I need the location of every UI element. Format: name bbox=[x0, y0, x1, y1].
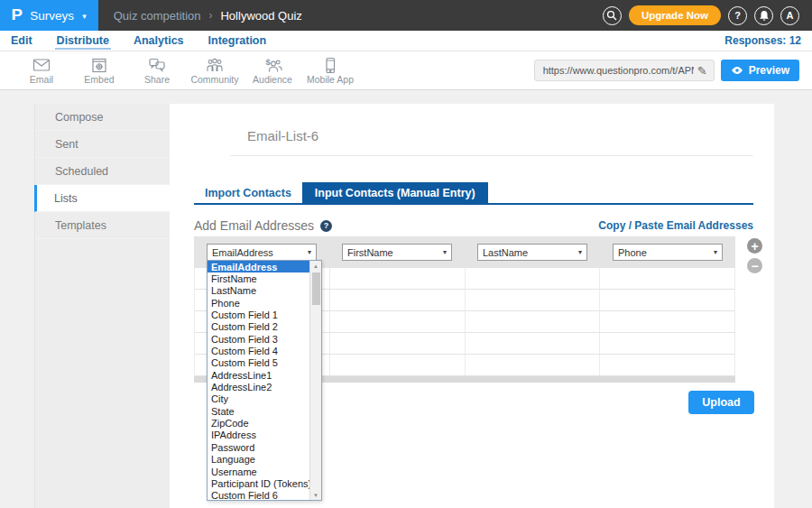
breadcrumb: Quiz competition › Hollywood Quiz bbox=[114, 9, 302, 23]
dropdown-option-city[interactable]: City bbox=[208, 393, 309, 405]
table-cell[interactable] bbox=[330, 268, 466, 289]
breadcrumb-parent[interactable]: Quiz competition bbox=[114, 9, 201, 23]
toolbar-item-label: Email bbox=[30, 74, 53, 85]
table-cell[interactable] bbox=[600, 333, 735, 354]
toolbar-item-mobile-app[interactable]: Mobile App bbox=[301, 56, 359, 85]
chevron-down-icon: ▾ bbox=[308, 248, 311, 256]
dropdown-option-ipaddress[interactable]: IPAddress bbox=[208, 429, 309, 441]
nav-item-integration[interactable]: Integration bbox=[207, 32, 269, 50]
remove-row-button[interactable]: − bbox=[747, 258, 762, 273]
table-cell[interactable] bbox=[600, 290, 735, 310]
preview-button[interactable]: Preview bbox=[721, 60, 799, 81]
table-cell[interactable] bbox=[330, 355, 466, 375]
tab-input-contacts-manual-entry[interactable]: Input Contacts (Manual Entry) bbox=[302, 182, 488, 203]
dropdown-option-custom-field-6[interactable]: Custom Field 6 bbox=[208, 490, 309, 500]
responses-count[interactable]: Responses: 12 bbox=[724, 34, 801, 47]
breadcrumb-current: Hollywood Quiz bbox=[220, 9, 301, 23]
surveys-menu[interactable]: P Surveys ▾ bbox=[0, 0, 98, 31]
table-cell[interactable] bbox=[330, 311, 466, 332]
nav-item-edit[interactable]: Edit bbox=[9, 32, 34, 50]
copy-paste-link[interactable]: Copy / Paste Email Addresses bbox=[598, 219, 753, 232]
chevron-down-icon: ▾ bbox=[443, 248, 447, 256]
dropdown-option-emailaddress[interactable]: EmailAddress bbox=[208, 261, 309, 272]
dropdown-option-zipcode[interactable]: ZipCode bbox=[208, 417, 309, 429]
dropdown-option-password[interactable]: Password bbox=[208, 441, 309, 453]
dropdown-option-custom-field-2[interactable]: Custom Field 2 bbox=[208, 321, 309, 333]
dropdown-options-list: EmailAddressFirstNameLastNamePhoneCustom… bbox=[208, 261, 309, 500]
table-cell[interactable] bbox=[466, 290, 601, 310]
scroll-up-icon[interactable]: ▲ bbox=[313, 261, 318, 271]
section-title: Add Email Addresses bbox=[194, 218, 314, 233]
dropdown-option-custom-field-1[interactable]: Custom Field 1 bbox=[208, 309, 309, 320]
toolbar-item-email[interactable]: Email bbox=[13, 56, 70, 85]
dropdown-option-addressline1[interactable]: AddressLine1 bbox=[208, 369, 309, 381]
row-controls: + − bbox=[735, 236, 774, 383]
field-dropdown-open: EmailAddressFirstNameLastNamePhoneCustom… bbox=[207, 260, 322, 501]
nav-item-distribute[interactable]: Distribute bbox=[55, 32, 111, 50]
grid-header-cell: FirstName▾ bbox=[329, 236, 465, 268]
selected-field-label: FirstName bbox=[347, 247, 393, 258]
table-cell[interactable] bbox=[330, 290, 466, 310]
scrollbar-thumb[interactable] bbox=[312, 272, 320, 305]
add-row-button[interactable]: + bbox=[747, 238, 762, 254]
table-cell[interactable] bbox=[466, 268, 601, 289]
table-cell[interactable] bbox=[466, 355, 601, 375]
questionpro-logo-icon: P bbox=[11, 6, 22, 24]
table-cell[interactable] bbox=[600, 311, 735, 332]
svg-text:$: $ bbox=[266, 57, 272, 67]
scroll-down-icon[interactable]: ▼ bbox=[313, 490, 318, 500]
dropdown-scrollbar[interactable]: ▲ ▼ bbox=[309, 261, 321, 500]
dropdown-option-phone[interactable]: Phone bbox=[208, 297, 309, 309]
table-cell[interactable] bbox=[600, 355, 735, 375]
dropdown-option-addressline2[interactable]: AddressLine2 bbox=[208, 381, 309, 393]
community-icon bbox=[204, 56, 226, 74]
notifications-button[interactable] bbox=[754, 6, 773, 25]
column-select-firstname[interactable]: FirstName▾ bbox=[342, 244, 452, 261]
dropdown-option-custom-field-3[interactable]: Custom Field 3 bbox=[208, 333, 309, 345]
top-bar: P Surveys ▾ Quiz competition › Hollywood… bbox=[0, 0, 812, 31]
sidebar-item-sent[interactable]: Sent bbox=[35, 131, 170, 158]
search-button[interactable] bbox=[603, 6, 622, 25]
help-button[interactable]: ? bbox=[728, 6, 747, 25]
bell-icon bbox=[759, 10, 770, 22]
upgrade-now-button[interactable]: Upgrade Now bbox=[629, 5, 721, 25]
email-icon bbox=[32, 56, 51, 74]
table-cell[interactable] bbox=[466, 311, 601, 332]
contacts-tabs: Import ContactsInput Contacts (Manual En… bbox=[194, 182, 753, 205]
dropdown-option-language[interactable]: Language bbox=[208, 454, 309, 466]
toolbar-item-embed[interactable]: Embed bbox=[70, 56, 128, 85]
dropdown-option-custom-field-4[interactable]: Custom Field 4 bbox=[208, 345, 309, 356]
table-cell[interactable] bbox=[330, 333, 466, 354]
edit-pencil-icon[interactable]: ✎ bbox=[697, 64, 707, 78]
sidebar-item-templates[interactable]: Templates bbox=[35, 212, 170, 239]
survey-url-field[interactable]: https://www.questionpro.com/t/APNrFZ ✎ bbox=[534, 60, 715, 81]
nav-item-analytics[interactable]: Analytics bbox=[132, 32, 186, 50]
avatar[interactable]: A bbox=[780, 6, 799, 25]
toolbar-item-audience[interactable]: $Audience bbox=[244, 56, 301, 85]
dropdown-option-custom-field-5[interactable]: Custom Field 5 bbox=[208, 357, 309, 369]
toolbar-item-label: Share bbox=[144, 74, 170, 85]
table-cell[interactable] bbox=[600, 268, 735, 289]
toolbar-item-share[interactable]: Share bbox=[128, 56, 186, 85]
question-help-icon[interactable]: ? bbox=[320, 220, 332, 232]
column-select-lastname[interactable]: LastName▾ bbox=[477, 244, 587, 261]
dropdown-option-username[interactable]: Username bbox=[208, 466, 309, 477]
grid-header-cell: Phone▾ bbox=[600, 236, 735, 268]
toolbar-items: EmailEmbedShareCommunity$AudienceMobile … bbox=[13, 56, 359, 85]
dropdown-option-state[interactable]: State bbox=[208, 405, 309, 417]
upload-button[interactable]: Upload bbox=[688, 391, 754, 414]
toolbar-item-community[interactable]: Community bbox=[186, 56, 244, 85]
topbar-actions: Upgrade Now ? A bbox=[603, 5, 812, 25]
column-select-emailaddress[interactable]: EmailAddress▾ bbox=[207, 244, 317, 261]
tab-import-contacts[interactable]: Import Contacts bbox=[194, 182, 302, 203]
sidebar-item-lists[interactable]: Lists bbox=[34, 185, 170, 212]
column-select-phone[interactable]: Phone▾ bbox=[613, 244, 723, 261]
table-cell[interactable] bbox=[466, 333, 601, 354]
sidebar-item-compose[interactable]: Compose bbox=[35, 104, 170, 131]
nav-items: EditDistributeAnalyticsIntegration bbox=[9, 32, 289, 50]
dropdown-option-lastname[interactable]: LastName bbox=[208, 285, 309, 297]
sidebar-item-scheduled[interactable]: Scheduled bbox=[35, 158, 170, 185]
selected-field-label: EmailAddress bbox=[212, 247, 273, 258]
dropdown-option-participant-id-tokens[interactable]: Participant ID (Tokens) bbox=[208, 477, 309, 489]
dropdown-option-firstname[interactable]: FirstName bbox=[208, 272, 309, 284]
